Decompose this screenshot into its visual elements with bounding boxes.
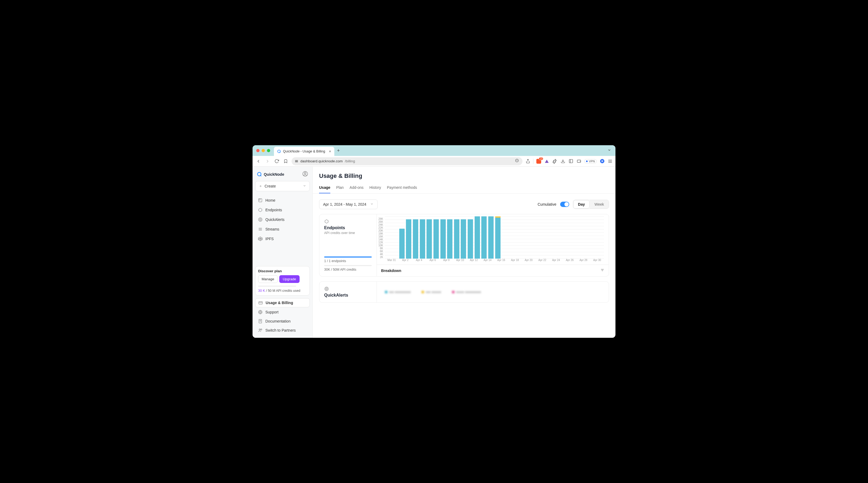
quickalerts-card: QuickAlerts xxx xxxxxxxxxx xxx xxxxxx xx…: [319, 281, 609, 303]
svg-point-17: [304, 172, 306, 174]
svg-point-21: [259, 219, 261, 220]
billing-icon: [258, 300, 263, 305]
minimize-window-button[interactable]: [261, 149, 265, 152]
svg-point-41: [326, 288, 328, 290]
sidebar-item-quickalerts[interactable]: QuickAlerts: [255, 215, 310, 224]
sidebar-bottom-nav: Usage & Billing Support Documentation Sw…: [255, 298, 310, 335]
brand-name: QuickNode: [264, 172, 284, 176]
endpoints-card-left: Endpoints API credits over time 1 / 1 en…: [319, 214, 377, 276]
quickalerts-icon: [258, 217, 263, 222]
extensions-icon[interactable]: [552, 159, 557, 164]
svg-rect-2: [295, 161, 298, 162]
sidebar-item-label: Usage & Billing: [266, 301, 293, 305]
date-range-label: Apr 1, 2024 - May 1, 2024: [323, 202, 366, 206]
svg-point-22: [258, 218, 262, 222]
page-title: Usage & Billing: [313, 172, 616, 183]
legend-item: xxxxx xxxxxxxxxx: [452, 290, 481, 294]
create-button[interactable]: ＋ Create: [255, 181, 310, 191]
tab-payment-methods[interactable]: Payment methods: [387, 183, 417, 193]
menu-icon[interactable]: [608, 159, 613, 164]
browser-toolbar: dashboard.quicknode.com/billing 14 VPN: [252, 156, 616, 167]
sidebar-item-label: QuickAlerts: [266, 218, 285, 222]
chevron-down-icon: [303, 184, 306, 188]
sidebar-item-usage-billing[interactable]: Usage & Billing: [255, 298, 310, 307]
tab-history[interactable]: History: [369, 183, 381, 193]
sidebar-item-documentation[interactable]: Documentation: [255, 317, 310, 325]
sidebar-item-label: Endpoints: [266, 208, 282, 212]
chevron-down-icon: [370, 202, 374, 206]
plan-title: Discover plan: [258, 269, 307, 273]
svg-point-42: [325, 287, 329, 291]
maximize-window-button[interactable]: [267, 149, 270, 152]
ipfs-icon: [258, 236, 263, 241]
svg-point-27: [259, 311, 261, 313]
chart-bars: [385, 216, 604, 259]
svg-marker-37: [325, 220, 328, 223]
close-tab-icon[interactable]: ×: [329, 149, 331, 153]
sidebar-item-streams[interactable]: Streams: [255, 225, 310, 233]
svg-rect-1: [295, 160, 298, 161]
plan-usage-text: 30 K / 50 M API credits used: [258, 289, 307, 292]
bookmark-button[interactable]: [282, 158, 289, 165]
account-avatar-icon[interactable]: [302, 171, 308, 178]
downloads-icon[interactable]: [560, 159, 565, 164]
sidebar-item-support[interactable]: Support: [255, 308, 310, 316]
sidebar-item-endpoints[interactable]: Endpoints: [255, 206, 310, 214]
cumulative-toggle[interactable]: [560, 202, 569, 207]
tab-bar: Usage Plan Add-ons History Payment metho…: [313, 183, 616, 194]
tab-usage[interactable]: Usage: [319, 183, 330, 193]
controls-row: Apr 1, 2024 - May 1, 2024 Cumulative Day…: [313, 194, 616, 214]
svg-point-36: [261, 329, 262, 330]
vpn-indicator[interactable]: VPN: [584, 159, 597, 163]
brave-shields-icon[interactable]: 14: [536, 159, 541, 164]
sidebar-item-ipfs[interactable]: IPFS: [255, 234, 310, 243]
granularity-day[interactable]: Day: [573, 200, 590, 208]
api-credits-text: 30K / 50M API credits: [324, 268, 372, 272]
sidebar-item-label: Documentation: [266, 319, 290, 323]
chart-plot: Mar 31Apr 2Apr 4Apr 6Apr 8Apr 10Apr 12Ap…: [385, 216, 604, 264]
svg-rect-3: [295, 162, 298, 162]
brave-rewards-icon[interactable]: [544, 159, 550, 164]
zoom-icon[interactable]: [515, 159, 519, 164]
url-path: /billing: [345, 159, 355, 163]
brand: QuickNode: [255, 171, 310, 181]
sidebar-item-home[interactable]: Home: [255, 196, 310, 205]
sidebar-toggle-icon[interactable]: [568, 159, 574, 164]
chart-y-axis: 28K26K24K22K20K18K16K14K12K10K8K6K4K2K: [378, 216, 385, 264]
profile-icon[interactable]: [599, 159, 605, 164]
tabs-overflow-icon[interactable]: [608, 148, 611, 153]
quickalerts-legend: xxx xxxxxxxxxx xxx xxxxxx xxxxx xxxxxxxx…: [377, 282, 609, 303]
endpoints-card-title: Endpoints: [324, 225, 372, 230]
forward-button[interactable]: [264, 158, 271, 165]
plan-usage-bar: [258, 286, 296, 287]
new-tab-button[interactable]: +: [337, 148, 340, 153]
sidebar-item-label: Support: [266, 310, 278, 314]
reload-button[interactable]: [273, 158, 280, 165]
share-icon[interactable]: [525, 159, 530, 164]
close-window-button[interactable]: [256, 149, 259, 152]
streams-icon: [258, 227, 263, 232]
create-label: Create: [265, 184, 276, 188]
filter-icon[interactable]: [600, 268, 604, 273]
site-settings-icon[interactable]: [295, 160, 298, 163]
chart: 28K26K24K22K20K18K16K14K12K10K8K6K4K2K M…: [377, 214, 609, 264]
date-range-picker[interactable]: Apr 1, 2024 - May 1, 2024: [319, 200, 378, 209]
documentation-icon: [258, 319, 263, 323]
manage-button[interactable]: Manage: [258, 275, 278, 283]
endpoints-card-subtitle: API credits over time: [324, 231, 372, 235]
favicon-quicknode-icon: [277, 149, 281, 153]
granularity-week[interactable]: Week: [590, 200, 609, 208]
url-bar[interactable]: dashboard.quicknode.com/billing: [291, 157, 523, 165]
wallet-icon[interactable]: [576, 159, 582, 164]
tab-plan[interactable]: Plan: [336, 183, 344, 193]
upgrade-button[interactable]: Upgrade: [279, 275, 300, 283]
sidebar-item-switch-partners[interactable]: Switch to Partners: [255, 326, 310, 335]
breakdown-row[interactable]: Breakdown: [377, 264, 609, 276]
partners-icon: [258, 328, 263, 333]
back-button[interactable]: [255, 158, 261, 165]
legend-item: xxx xxxxxx: [422, 290, 441, 294]
toolbar-right: 14 VPN: [525, 159, 613, 164]
tab-addons[interactable]: Add-ons: [349, 183, 364, 193]
browser-tab[interactable]: QuickNode - Usage & Billing ×: [274, 147, 334, 156]
sidebar-item-label: Switch to Partners: [266, 328, 296, 333]
